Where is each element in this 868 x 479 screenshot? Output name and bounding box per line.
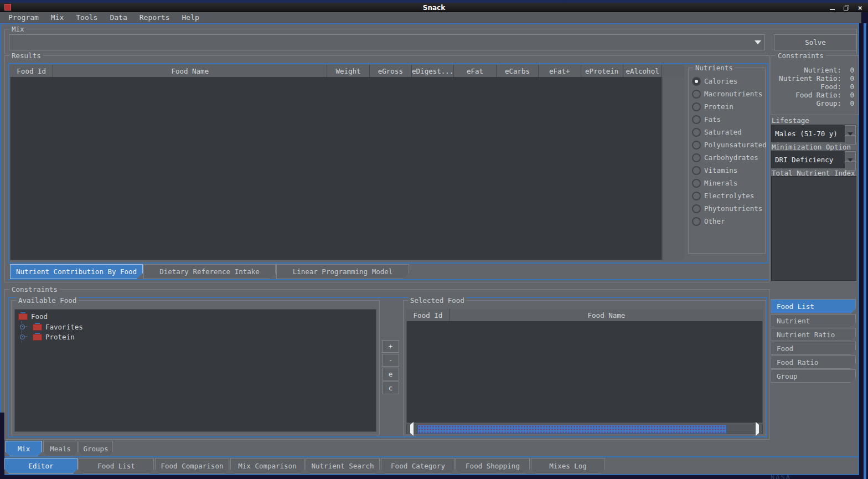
- tab-nutrient-contribution-by-food[interactable]: Nutrient Contribution By Food: [10, 264, 143, 279]
- red-folder-icon: [33, 333, 42, 341]
- tab-food-list-main[interactable]: Food List: [79, 458, 154, 473]
- tab-nutrient-search[interactable]: Nutrient Search: [306, 458, 380, 473]
- col-egross[interactable]: eGross: [370, 65, 412, 78]
- constraints-summary-label: Constraints: [776, 51, 826, 60]
- scroll-left-button[interactable]: [407, 425, 416, 432]
- results-table-header: Food Id Food Name Weight eGross eDigest.…: [10, 65, 684, 77]
- menu-tools[interactable]: Tools: [70, 13, 104, 22]
- tab-food-shopping[interactable]: Food Shopping: [456, 458, 530, 473]
- radio-polyunsaturated[interactable]: Polyunsaturated: [689, 138, 765, 151]
- lifestage-label: Lifestage: [772, 116, 809, 125]
- collapse-button[interactable]: c: [382, 382, 399, 394]
- selected-food-body[interactable]: [406, 321, 763, 423]
- col-food-name[interactable]: Food Name: [53, 65, 327, 78]
- tab-dietary-reference-intake[interactable]: Dietary Reference Intake: [143, 264, 276, 279]
- radio-icon: [692, 192, 701, 200]
- tab-food-comparison[interactable]: Food Comparison: [155, 458, 229, 473]
- total-nutrient-index-box: [771, 176, 856, 281]
- constraints-summary-groupbox: Constraints Nutrient:0 Nutrient Ratio:0 …: [771, 55, 859, 115]
- radio-macronutrients[interactable]: Macronutrients: [689, 87, 765, 100]
- menu-reports[interactable]: Reports: [133, 13, 176, 22]
- radio-icon: [692, 90, 701, 99]
- col-edigest[interactable]: eDigest...: [412, 65, 454, 78]
- radio-saturated[interactable]: Saturated: [689, 126, 765, 138]
- results-group-label: Results: [9, 51, 43, 60]
- radio-phytonutrients[interactable]: Phytonutrients: [689, 202, 765, 215]
- food-count: 0: [849, 83, 854, 91]
- col-food-id[interactable]: Food Id: [406, 309, 450, 322]
- col-eprotein[interactable]: eProtein: [581, 65, 623, 78]
- tab-meals[interactable]: Meals: [43, 441, 78, 456]
- radio-protein[interactable]: Protein: [689, 100, 765, 113]
- desktop-left-sliver: [0, 413, 4, 479]
- hscroll-thumb[interactable]: [417, 425, 727, 434]
- col-ecarbs[interactable]: eCarbs: [497, 65, 539, 78]
- radio-icon: [692, 166, 701, 175]
- tab-food-category[interactable]: Food Category: [381, 458, 455, 473]
- menu-program[interactable]: Program: [2, 13, 45, 22]
- col-ealcohol[interactable]: eAlcohol: [623, 65, 662, 78]
- red-folder-icon: [18, 312, 28, 320]
- chevron-down-icon[interactable]: [751, 40, 764, 44]
- add-food-button[interactable]: +: [382, 340, 399, 353]
- selected-food-hscrollbar[interactable]: [406, 424, 763, 434]
- col-efat[interactable]: eFat: [454, 65, 496, 78]
- lifestage-spinner: Males (51-70 y): [771, 125, 856, 142]
- tab-nutrient-ratio[interactable]: Nutrient Ratio: [771, 328, 856, 341]
- tree-expand-icon[interactable]: [20, 334, 25, 339]
- tab-groups[interactable]: Groups: [79, 441, 113, 456]
- nutrient-count: 0: [849, 66, 854, 74]
- remove-food-button[interactable]: -: [382, 354, 399, 367]
- nutrient-ratio-count: 0: [849, 74, 854, 83]
- radio-calories[interactable]: Calories: [689, 75, 765, 87]
- restore-icon[interactable]: [844, 6, 849, 11]
- menu-mix[interactable]: Mix: [45, 13, 70, 22]
- selected-food-label: Selected Food: [408, 296, 467, 305]
- tab-food[interactable]: Food: [771, 342, 856, 355]
- lifestage-value[interactable]: Males (51-70 y): [772, 125, 845, 142]
- tab-mixes-log[interactable]: Mixes Log: [531, 458, 605, 473]
- summary-row: Food:0: [771, 83, 859, 91]
- close-icon[interactable]: [858, 5, 862, 11]
- col-food-name[interactable]: Food Name: [450, 309, 763, 322]
- col-food-id[interactable]: Food Id: [10, 65, 53, 78]
- radio-vitamins[interactable]: Vitamins: [689, 164, 765, 177]
- minimize-icon[interactable]: [830, 9, 835, 10]
- tab-mix-comparison[interactable]: Mix Comparison: [230, 458, 304, 473]
- tab-linear-programming-model[interactable]: Linear Programming Model: [276, 264, 409, 279]
- food-ratio-count: 0: [849, 91, 854, 99]
- tab-group[interactable]: Group: [771, 369, 856, 383]
- menu-help[interactable]: Help: [176, 13, 205, 22]
- col-efat-plus[interactable]: eFat+: [539, 65, 581, 78]
- radio-minerals[interactable]: Minerals: [689, 177, 765, 189]
- expand-button[interactable]: e: [382, 368, 399, 380]
- radio-electrolytes[interactable]: Electrolytes: [689, 189, 765, 202]
- tree-item-protein[interactable]: Protein: [20, 332, 75, 342]
- summary-row: Nutrient:0: [771, 66, 859, 74]
- tree-item-food[interactable]: Food: [18, 311, 48, 321]
- results-table-body[interactable]: [10, 77, 662, 260]
- tab-food-list[interactable]: Food List: [771, 299, 856, 313]
- nutrients-group-label: Nutrients: [693, 64, 735, 72]
- red-folder-icon: [33, 323, 42, 331]
- tab-mix[interactable]: Mix: [6, 441, 42, 456]
- radio-icon: [692, 204, 701, 213]
- menu-data[interactable]: Data: [104, 13, 133, 22]
- radio-other[interactable]: Other: [689, 215, 765, 228]
- tab-nutrient[interactable]: Nutrient: [771, 314, 856, 327]
- radio-carbohydrates[interactable]: Carbohydrates: [689, 151, 765, 164]
- minimization-option-value[interactable]: DRI Deficiency: [772, 151, 845, 168]
- col-weight[interactable]: Weight: [327, 65, 369, 78]
- scroll-right-button[interactable]: [753, 425, 762, 432]
- screen: NASA Snack Program Mix Tools Data Report…: [0, 0, 868, 479]
- tab-food-ratio[interactable]: Food Ratio: [771, 356, 856, 369]
- tab-editor[interactable]: Editor: [4, 458, 78, 473]
- tree-expand-icon[interactable]: [20, 325, 25, 329]
- radio-fats[interactable]: Fats: [689, 113, 765, 126]
- tree-item-favorites[interactable]: Favorites: [20, 322, 83, 332]
- radio-icon: [692, 128, 701, 137]
- mix-combobox[interactable]: [9, 34, 765, 50]
- minimization-option-label: Minimization Option: [772, 143, 851, 151]
- results-vertical-scrollbar[interactable]: [662, 77, 684, 260]
- solve-button[interactable]: Solve: [774, 34, 857, 50]
